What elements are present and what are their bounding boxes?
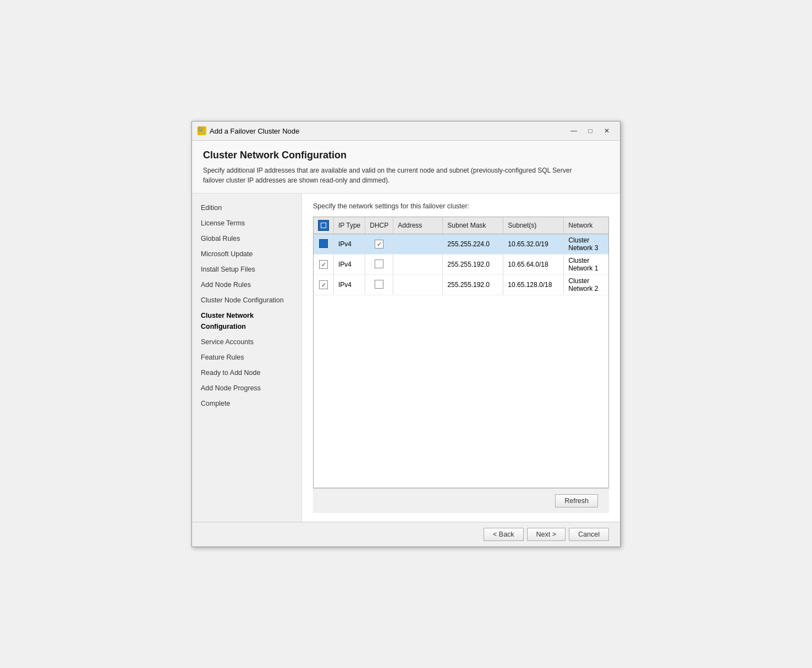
row2-checkbox-cell[interactable]: [314, 255, 334, 275]
row2-checkbox[interactable]: [319, 260, 328, 269]
window-title: Add a Failover Cluster Node: [210, 127, 299, 135]
row3-subnet-mask: 255.255.192.0: [443, 275, 503, 295]
row2-subnets: 10.65.64.0/18: [503, 255, 564, 275]
row2-network: Cluster Network 1: [564, 255, 608, 275]
row1-checkbox-cell[interactable]: [314, 234, 334, 255]
row3-checkbox[interactable]: [319, 280, 328, 289]
sidebar-item-add-node-rules[interactable]: Add Node Rules: [192, 277, 301, 292]
col-header-subnets: Subnet(s): [503, 217, 564, 234]
empty-row: [314, 295, 608, 488]
row2-dhcp-cell[interactable]: [365, 255, 393, 275]
row3-checkbox-cell[interactable]: [314, 275, 334, 295]
minimize-button[interactable]: —: [566, 125, 581, 137]
sidebar-item-install-setup-files[interactable]: Install Setup Files: [192, 262, 301, 277]
panel-description: Specify the network settings for this fa…: [313, 202, 609, 210]
title-bar: 🔧 Add a Failover Cluster Node — □ ✕: [192, 122, 620, 141]
app-icon: 🔧: [197, 126, 206, 135]
row3-subnets: 10.65.128.0/18: [503, 275, 564, 295]
back-button[interactable]: < Back: [484, 528, 524, 541]
sidebar-item-global-rules[interactable]: Global Rules: [192, 231, 301, 246]
col-header-checkbox: [314, 217, 334, 234]
network-table-wrapper: IP Type DHCP Address Subnet Mask Subnet(…: [313, 217, 609, 488]
row3-iptype: IPv4: [334, 275, 365, 295]
row1-subnets: 10.65.32.0/19: [503, 234, 564, 255]
row1-checkbox-blue[interactable]: [319, 239, 328, 248]
row2-iptype: IPv4: [334, 255, 365, 275]
table-header-row: IP Type DHCP Address Subnet Mask Subnet(…: [314, 217, 608, 234]
cancel-button[interactable]: Cancel: [569, 528, 609, 541]
table-row: IPv4 255.255.224.0 10.65.32.0/19 Cluster…: [314, 234, 608, 255]
row1-address: [393, 234, 443, 255]
footer: < Back Next > Cancel: [192, 522, 620, 546]
sidebar-item-license-terms[interactable]: License Terms: [192, 216, 301, 231]
title-bar-left: 🔧 Add a Failover Cluster Node: [197, 126, 299, 135]
header-description: Specify additional IP addresses that are…: [203, 165, 577, 185]
sidebar-item-edition[interactable]: Edition: [192, 200, 301, 216]
sidebar-item-microsoft-update[interactable]: Microsoft Update: [192, 246, 301, 262]
table-row: IPv4 255.255.192.0 10.65.128.0/18 Cluste…: [314, 275, 608, 295]
col-header-address: Address: [393, 217, 443, 234]
next-button[interactable]: Next >: [527, 528, 566, 541]
row1-iptype: IPv4: [334, 234, 365, 255]
sidebar-item-cluster-node-configuration[interactable]: Cluster Node Configuration: [192, 292, 301, 308]
row3-address: [393, 275, 443, 295]
refresh-button[interactable]: Refresh: [555, 494, 598, 507]
sidebar-item-complete[interactable]: Complete: [192, 396, 301, 411]
row2-subnet-mask: 255.255.192.0: [443, 255, 503, 275]
header-section: Cluster Network Configuration Specify ad…: [192, 141, 620, 194]
row3-dhcp-cell[interactable]: [365, 275, 393, 295]
table-row: IPv4 255.255.192.0 10.65.64.0/18 Cluster…: [314, 255, 608, 275]
sidebar: Edition License Terms Global Rules Micro…: [192, 194, 302, 522]
refresh-row: Refresh: [313, 488, 609, 513]
page-title: Cluster Network Configuration: [203, 150, 609, 161]
main-section: Edition License Terms Global Rules Micro…: [192, 194, 620, 522]
row2-dhcp-checkbox[interactable]: [375, 260, 383, 268]
right-panel: Specify the network settings for this fa…: [302, 194, 620, 522]
sidebar-item-service-accounts[interactable]: Service Accounts: [192, 334, 301, 350]
col-header-iptype: IP Type: [334, 217, 365, 234]
close-button[interactable]: ✕: [599, 125, 615, 137]
title-bar-controls: — □ ✕: [566, 125, 615, 137]
row1-subnet-mask: 255.255.224.0: [443, 234, 503, 255]
network-table: IP Type DHCP Address Subnet Mask Subnet(…: [314, 217, 608, 488]
row1-network: Cluster Network 3: [564, 234, 608, 255]
sidebar-item-ready-to-add-node[interactable]: Ready to Add Node: [192, 365, 301, 380]
sidebar-item-feature-rules[interactable]: Feature Rules: [192, 350, 301, 365]
col-header-network: Network: [564, 217, 608, 234]
row3-network: Cluster Network 2: [564, 275, 608, 295]
col-header-subnet-mask: Subnet Mask: [443, 217, 503, 234]
sidebar-item-cluster-network-configuration[interactable]: Cluster Network Configuration: [192, 308, 301, 334]
row2-address: [393, 255, 443, 275]
main-window: 🔧 Add a Failover Cluster Node — □ ✕ Clus…: [191, 121, 621, 547]
row1-dhcp-cell[interactable]: [365, 234, 393, 255]
header-checkbox-icon[interactable]: [318, 220, 329, 231]
sidebar-item-add-node-progress[interactable]: Add Node Progress: [192, 380, 301, 396]
col-header-dhcp: DHCP: [365, 217, 393, 234]
row1-dhcp-checkbox[interactable]: [375, 240, 383, 249]
maximize-button[interactable]: □: [583, 125, 598, 137]
row3-dhcp-checkbox[interactable]: [375, 280, 383, 289]
